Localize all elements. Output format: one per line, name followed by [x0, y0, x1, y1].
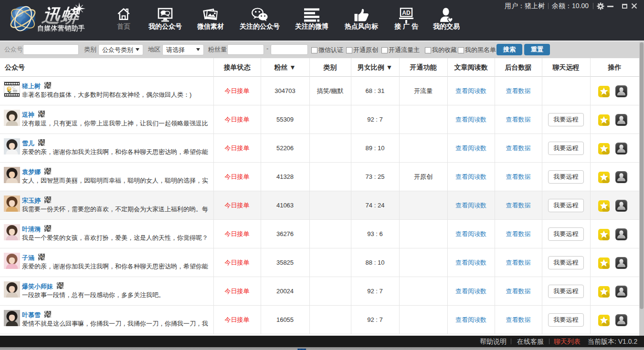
svg-text:AD: AD: [402, 10, 411, 16]
